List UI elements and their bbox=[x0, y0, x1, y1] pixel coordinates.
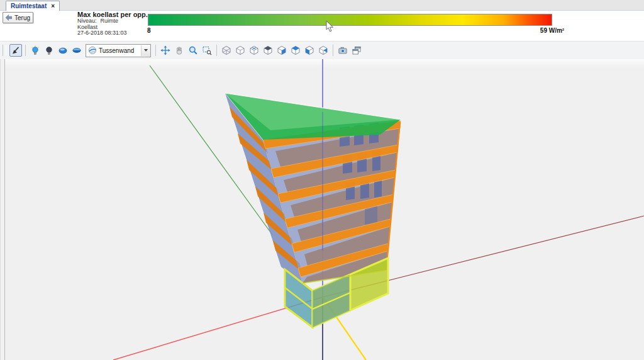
view-cube-wireframe-button[interactable] bbox=[220, 44, 233, 57]
scene-canvas bbox=[0, 59, 644, 360]
light-on-button[interactable] bbox=[29, 44, 42, 57]
orbit-arrows-icon bbox=[160, 45, 170, 55]
toolbar-separator bbox=[216, 45, 217, 56]
render-shaded-button[interactable] bbox=[70, 44, 83, 57]
back-arrow-icon bbox=[6, 14, 12, 21]
view-filter-value: Tussenwand bbox=[99, 47, 138, 54]
zoom-window-button[interactable] bbox=[201, 44, 213, 57]
view-cube-front-button[interactable] bbox=[275, 44, 288, 57]
tab-close-icon[interactable]: × bbox=[51, 3, 55, 9]
toolbar-gripper[interactable] bbox=[3, 45, 6, 56]
dropdown-arrow-button[interactable] bbox=[141, 45, 150, 56]
toolbar-separator bbox=[25, 45, 26, 56]
tab-bar: Ruimtestaat × bbox=[0, 0, 644, 11]
back-button[interactable]: Terug bbox=[3, 12, 33, 23]
cube-corner-icon bbox=[318, 45, 328, 55]
pan-hand-icon bbox=[174, 45, 184, 55]
application-window: Ruimtestaat × Terug Max koellast per opp… bbox=[0, 0, 644, 360]
building-model bbox=[225, 93, 401, 327]
back-button-label: Terug bbox=[14, 14, 30, 21]
lightbulb-off-icon bbox=[44, 45, 54, 55]
view-cube-top-dark-button[interactable] bbox=[262, 44, 274, 57]
legend-level-value: Ruimte bbox=[101, 18, 119, 24]
zoom-window-icon bbox=[202, 45, 212, 55]
legend-level-label: Niveau: bbox=[77, 18, 97, 24]
window-strip bbox=[365, 206, 377, 225]
zoom-button[interactable] bbox=[187, 44, 199, 57]
light-off-button[interactable] bbox=[43, 44, 55, 57]
shaded-view-icon bbox=[72, 45, 82, 55]
legend-info: Max koellast per opp. Niveau:Ruimte Koel… bbox=[77, 11, 148, 37]
cube-front-icon bbox=[277, 45, 287, 55]
solid-view-icon bbox=[58, 45, 68, 55]
legend-gradient-bar bbox=[148, 14, 552, 26]
panel-splitter[interactable] bbox=[0, 59, 5, 360]
cube-left-icon bbox=[304, 45, 314, 55]
tab-ruimtestaat[interactable]: Ruimtestaat × bbox=[6, 1, 60, 11]
select-arrow-icon bbox=[11, 45, 21, 55]
chevron-down-icon bbox=[144, 49, 148, 52]
orbit-button[interactable] bbox=[159, 44, 172, 57]
select-tool-button[interactable] bbox=[9, 44, 22, 57]
view-cube-grid-button[interactable] bbox=[248, 44, 260, 57]
legend-timestamp: 27-6-2018 08:31:03 bbox=[77, 30, 148, 37]
legend-min-value: 8 bbox=[147, 27, 151, 34]
toolbar-separator bbox=[333, 45, 333, 56]
toolbar: Tussenwand bbox=[0, 41, 644, 60]
lightbulb-on-icon bbox=[30, 45, 40, 55]
mouse-cursor bbox=[326, 20, 335, 33]
camera-icon bbox=[338, 45, 348, 55]
cube-top-icon bbox=[291, 45, 301, 55]
view-cube-top-button[interactable] bbox=[289, 44, 302, 57]
view-filter-dropdown[interactable]: Tussenwand bbox=[86, 44, 151, 57]
legend-max-value: 59 W/m² bbox=[533, 27, 571, 34]
globe-icon bbox=[88, 46, 97, 55]
cascade-windows-icon bbox=[352, 45, 362, 55]
cube-plain-icon bbox=[235, 45, 245, 55]
pan-button[interactable] bbox=[173, 44, 186, 57]
cascade-windows-button[interactable] bbox=[350, 44, 363, 57]
tab-title: Ruimtestaat bbox=[11, 3, 47, 9]
header: Terug Max koellast per opp. Niveau:Ruimt… bbox=[0, 11, 644, 41]
toolbar-separator bbox=[155, 45, 156, 56]
cube-top-dark-icon bbox=[263, 45, 273, 55]
viewport-3d[interactable] bbox=[0, 59, 644, 360]
render-solid-button[interactable] bbox=[57, 44, 69, 57]
magnifier-icon bbox=[188, 45, 198, 55]
view-cube-left-button[interactable] bbox=[303, 44, 316, 57]
cube-wireframe-icon bbox=[221, 45, 231, 55]
view-cube-corner-button[interactable] bbox=[317, 44, 330, 57]
screenshot-button[interactable] bbox=[336, 44, 349, 57]
view-cube-plain-button[interactable] bbox=[234, 44, 247, 57]
cube-grid-icon bbox=[249, 45, 259, 55]
